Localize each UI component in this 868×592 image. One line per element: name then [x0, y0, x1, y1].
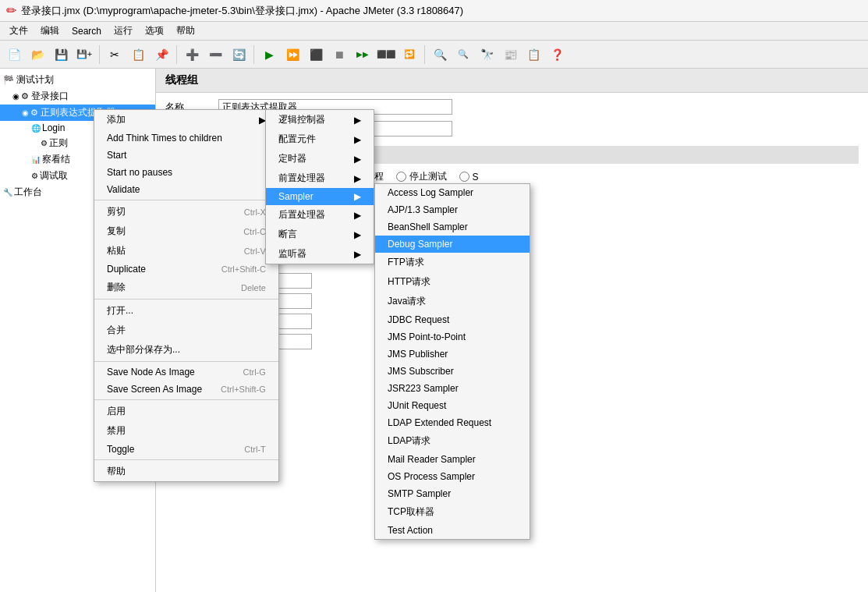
ctx-add-think[interactable]: Add Think Times to children: [94, 129, 278, 147]
ctx-delete[interactable]: 删除 Delete: [94, 278, 278, 297]
ctx-save-node-image[interactable]: Save Node As Image Ctrl-G: [94, 363, 278, 381]
toolbar-saveas[interactable]: 💾+: [73, 44, 95, 66]
ctx-copy[interactable]: 复制 Ctrl-C: [94, 222, 278, 241]
ctx-save-partial[interactable]: 选中部分保存为...: [94, 340, 278, 360]
sampler-beanshell[interactable]: BeanShell Sampler: [375, 218, 530, 236]
toolbar-remote-start[interactable]: ▶▶: [352, 44, 374, 66]
ctx-open[interactable]: 打开...: [94, 301, 278, 321]
tree-item-testplan[interactable]: 🏁 测试计划: [0, 72, 155, 88]
toolbar-paste[interactable]: 📌: [151, 44, 172, 66]
sampler-jms-pub-label: JMS Publisher: [388, 349, 448, 360]
submenu-add-config[interactable]: 配置元件 ▶: [266, 129, 374, 149]
toolbar-search2[interactable]: 🔍: [452, 44, 474, 66]
toolbar-cut[interactable]: ✂: [104, 44, 126, 66]
submenu-add-postprocessor-label: 后置处理器: [278, 208, 325, 222]
toolbar-clear[interactable]: 🔄: [228, 44, 250, 66]
ctx-disable[interactable]: 禁用: [94, 421, 278, 441]
sampler-ldap-ext[interactable]: LDAP Extended Request: [375, 414, 530, 431]
submenu-add-postprocessor[interactable]: 后置处理器 ▶: [266, 205, 374, 225]
radio-s-label: S: [473, 172, 479, 183]
ctx-toggle-shortcut: Ctrl-T: [244, 445, 266, 454]
toolbar-stop[interactable]: ⬛: [305, 44, 327, 66]
ctx-validate[interactable]: Validate: [94, 181, 278, 198]
sampler-access-log-label: Access Log Sampler: [388, 187, 473, 198]
sampler-jdbc[interactable]: JDBC Request: [375, 311, 530, 328]
ctx-save-partial-label: 选中部分保存为...: [107, 343, 180, 356]
toolbar-remote-clear[interactable]: 🔁: [399, 44, 420, 66]
sampler-smtp[interactable]: SMTP Sampler: [375, 485, 530, 502]
ctx-enable[interactable]: 启用: [94, 402, 278, 421]
sampler-tcp[interactable]: TCP取样器: [375, 502, 530, 522]
tree-item-debug-label: 调试取: [40, 169, 68, 183]
toolbar-stop-now[interactable]: ⏹: [328, 44, 350, 66]
toolbar-remove[interactable]: ➖: [204, 44, 226, 66]
ctx-duplicate[interactable]: Duplicate Ctrl+Shift-C: [94, 261, 278, 278]
toolbar-search[interactable]: 🔍: [429, 44, 451, 66]
sampler-jms-sub[interactable]: JMS Subscriber: [375, 363, 530, 380]
sampler-os[interactable]: OS Process Sampler: [375, 468, 530, 485]
toolbar-log2[interactable]: 📋: [523, 44, 544, 66]
toolbar-save[interactable]: 💾: [50, 44, 72, 66]
toolbar-copy[interactable]: 📋: [127, 44, 149, 66]
toolbar-help[interactable]: ❓: [546, 44, 568, 66]
menu-search[interactable]: Search: [66, 24, 108, 38]
sampler-debug[interactable]: Debug Sampler: [375, 236, 530, 253]
sampler-os-label: OS Process Sampler: [388, 471, 475, 482]
sampler-ldap[interactable]: LDAP请求: [375, 431, 530, 451]
submenu-add-listener[interactable]: 监听器 ▶: [266, 244, 374, 264]
sampler-java[interactable]: Java请求: [375, 292, 530, 311]
menu-file[interactable]: 文件: [3, 23, 34, 39]
toolbar-binoculars[interactable]: 🔭: [476, 44, 498, 66]
submenu-add-timer[interactable]: 定时器 ▶: [266, 149, 374, 168]
radio-stop-test[interactable]: 停止测试: [396, 170, 447, 183]
ctx-add[interactable]: 添加 ▶: [94, 110, 278, 129]
submenu-add-sampler[interactable]: Sampler ▶: [266, 188, 374, 205]
ctx-start[interactable]: Start: [94, 147, 278, 164]
ctx-save-screen-image[interactable]: Save Screen As Image Ctrl+Shift-G: [94, 381, 278, 398]
menu-options[interactable]: 选项: [139, 23, 170, 39]
toolbar-sep3: [253, 45, 254, 64]
sampler-debug-label: Debug Sampler: [388, 239, 452, 250]
sampler-ldap-ext-label: LDAP Extended Request: [388, 417, 491, 428]
menu-help[interactable]: 帮助: [170, 23, 201, 39]
tree-item-login[interactable]: ◉ ⚙ 登录接口: [0, 88, 155, 105]
toolbar-remote-stop[interactable]: ⬛⬛: [375, 44, 397, 66]
ctx-cut[interactable]: 剪切 Ctrl-X: [94, 202, 278, 222]
submenu-add-logic[interactable]: 逻辑控制器 ▶: [266, 110, 374, 129]
toolbar-run-nopause[interactable]: ⏩: [282, 44, 303, 66]
toolbar-new[interactable]: 📄: [3, 44, 25, 66]
sampler-jms-pub[interactable]: JMS Publisher: [375, 346, 530, 363]
sampler-jms-p2p-label: JMS Point-to-Point: [388, 331, 466, 342]
ctx-start-label: Start: [107, 150, 126, 161]
sampler-jsr223[interactable]: JSR223 Sampler: [375, 380, 530, 397]
toolbar-log[interactable]: 📰: [499, 44, 521, 66]
submenu-add-assertion[interactable]: 断言 ▶: [266, 225, 374, 244]
ctx-start-nopause[interactable]: Start no pauses: [94, 164, 278, 181]
menu-edit[interactable]: 编辑: [34, 23, 66, 39]
ctx-save-node-shortcut: Ctrl-G: [243, 367, 266, 377]
toolbar-open[interactable]: 📂: [27, 44, 48, 66]
sampler-ldap-label: LDAP请求: [388, 434, 430, 448]
sampler-ftp[interactable]: FTP请求: [375, 253, 530, 272]
sampler-junit[interactable]: JUnit Request: [375, 397, 530, 414]
sampler-access-log[interactable]: Access Log Sampler: [375, 184, 530, 201]
ctx-help[interactable]: 帮助: [94, 462, 278, 481]
sampler-test-action[interactable]: Test Action: [375, 522, 530, 539]
ctx-toggle[interactable]: Toggle Ctrl-T: [94, 441, 278, 458]
ctx-paste[interactable]: 粘贴 Ctrl-V: [94, 241, 278, 261]
sampler-jdbc-label: JDBC Request: [388, 314, 449, 325]
menu-run[interactable]: 运行: [108, 23, 139, 39]
toolbar-add[interactable]: ➕: [181, 44, 203, 66]
sampler-ajp[interactable]: AJP/1.3 Sampler: [375, 201, 530, 218]
sampler-mail[interactable]: Mail Reader Sampler: [375, 451, 530, 468]
sampler-jms-p2p[interactable]: JMS Point-to-Point: [375, 328, 530, 346]
sampler-http[interactable]: HTTP请求: [375, 272, 530, 292]
toolbar-run[interactable]: ▶: [258, 44, 280, 66]
submenu-add-preprocessor[interactable]: 前置处理器 ▶: [266, 168, 374, 188]
menu-bar: 文件 编辑 Search 运行 选项 帮助: [0, 22, 868, 41]
submenu-add-timer-label: 定时器: [278, 152, 306, 165]
ctx-merge[interactable]: 合并: [94, 321, 278, 340]
regex-icon: ⚙: [30, 108, 38, 118]
radio-s[interactable]: S: [459, 172, 479, 183]
testplan-icon: 🏁: [3, 75, 14, 85]
